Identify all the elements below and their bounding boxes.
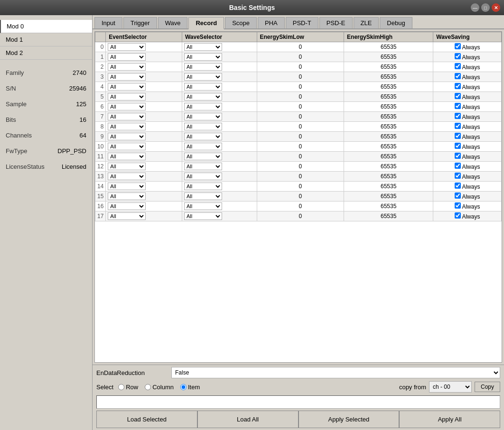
wave-saving-checkbox-8[interactable] <box>455 123 461 129</box>
event-selector-15[interactable]: AllAcceptedRejected <box>108 192 146 200</box>
maximize-button[interactable]: □ <box>481 3 490 12</box>
radio-item[interactable] <box>180 384 187 390</box>
tab-pha[interactable]: PHA <box>258 17 285 28</box>
tab-trigger[interactable]: Trigger <box>123 17 157 28</box>
wave-saving-checkbox-17[interactable] <box>455 212 461 219</box>
wave-saving-checkbox-10[interactable] <box>455 143 461 149</box>
tab-record[interactable]: Record <box>188 17 224 29</box>
wave-selector-8[interactable]: AllAcceptedRejected <box>184 123 222 130</box>
wave-selector-6[interactable]: AllAcceptedRejected <box>184 103 222 110</box>
row-num-0: 0 <box>95 42 106 52</box>
info-label-0: Family <box>6 69 24 76</box>
wave-saving-10: Always <box>433 142 502 152</box>
wave-saving-checkbox-7[interactable] <box>455 113 461 119</box>
event-selector-11[interactable]: AllAcceptedRejected <box>108 153 146 160</box>
wave-saving-checkbox-5[interactable] <box>455 93 461 99</box>
radio-item-item[interactable]: Item <box>180 384 200 391</box>
wave-saving-label-2: Always <box>461 64 480 71</box>
wave-selector-11[interactable]: AllAcceptedRejected <box>184 153 222 160</box>
table-row: 15AllAcceptedRejectedAllAcceptedRejected… <box>95 192 502 201</box>
event-selector-6[interactable]: AllAcceptedRejected <box>108 103 146 110</box>
sidebar-mod-1[interactable]: Mod 1 <box>0 33 92 46</box>
wave-selector-15[interactable]: AllAcceptedRejected <box>184 192 222 200</box>
tab-debug[interactable]: Debug <box>380 17 412 28</box>
wave-saving-17: Always <box>433 211 502 221</box>
row-num-2: 2 <box>95 62 106 72</box>
wave-saving-checkbox-11[interactable] <box>455 153 461 159</box>
wave-selector-3[interactable]: AllAcceptedRejected <box>184 73 222 81</box>
wave-saving-checkbox-0[interactable] <box>455 43 461 49</box>
wave-saving-checkbox-14[interactable] <box>455 183 461 189</box>
event-selector-3[interactable]: AllAcceptedRejected <box>108 73 146 81</box>
radio-item-column[interactable]: Column <box>145 384 174 391</box>
event-selector-17[interactable]: AllAcceptedRejected <box>108 212 146 220</box>
event-selector-10[interactable]: AllAcceptedRejected <box>108 143 146 150</box>
wave-saving-checkbox-3[interactable] <box>455 73 461 79</box>
table-row: 3AllAcceptedRejectedAllAcceptedRejected0… <box>95 72 502 82</box>
wave-selector-13[interactable]: AllAcceptedRejected <box>184 173 222 180</box>
copy-from-label: copy from <box>399 384 426 391</box>
wave-saving-checkbox-9[interactable] <box>455 133 461 139</box>
radio-column[interactable] <box>145 384 151 390</box>
sidebar-mod-2[interactable]: Mod 2 <box>0 46 92 60</box>
load-all-button[interactable]: Load All <box>197 411 299 428</box>
text-area <box>96 395 500 409</box>
wave-selector-10[interactable]: AllAcceptedRejected <box>184 143 222 150</box>
row-num-15: 15 <box>95 192 106 201</box>
event-selector-12[interactable]: AllAcceptedRejected <box>108 163 146 170</box>
radio-row[interactable] <box>118 384 124 390</box>
wave-selector-17[interactable]: AllAcceptedRejected <box>184 212 222 220</box>
radio-item-row[interactable]: Row <box>118 384 138 391</box>
apply-all-button[interactable]: Apply All <box>399 411 500 428</box>
wave-selector-4[interactable]: AllAcceptedRejected <box>184 83 222 91</box>
wave-selector-16[interactable]: AllAcceptedRejected <box>184 202 222 210</box>
minimize-button[interactable]: — <box>471 3 479 12</box>
sidebar-mod-0[interactable]: Mod 0 <box>0 20 92 33</box>
wave-selector-14[interactable]: AllAcceptedRejected <box>184 183 222 190</box>
tab-input[interactable]: Input <box>94 17 122 28</box>
wave-saving-checkbox-2[interactable] <box>455 63 461 69</box>
wave-saving-checkbox-12[interactable] <box>455 163 461 169</box>
wave-selector-5[interactable]: AllAcceptedRejected <box>184 93 222 101</box>
event-selector-14[interactable]: AllAcceptedRejected <box>108 183 146 190</box>
event-selector-8[interactable]: AllAcceptedRejected <box>108 123 146 130</box>
wave-saving-checkbox-16[interactable] <box>455 202 461 209</box>
wave-selector-2[interactable]: AllAcceptedRejected <box>184 63 222 71</box>
tab-zle[interactable]: ZLE <box>354 17 379 28</box>
info-value-0: 2740 <box>73 69 86 76</box>
table-body: 0AllAcceptedRejectedAllAcceptedRejected0… <box>95 42 502 221</box>
close-button[interactable]: ✕ <box>492 3 500 12</box>
event-selector-0[interactable]: AllAcceptedRejected <box>108 43 146 51</box>
event-selector-4[interactable]: AllAcceptedRejected <box>108 83 146 91</box>
event-selector-7[interactable]: AllAcceptedRejected <box>108 113 146 120</box>
en-data-select[interactable]: FalseTrue <box>171 367 500 378</box>
event-selector-16[interactable]: AllAcceptedRejected <box>108 202 146 210</box>
wave-selector-1[interactable]: AllAcceptedRejected <box>184 53 222 61</box>
apply-selected-button[interactable]: Apply Selected <box>299 411 400 428</box>
title-bar: Basic Settings — □ ✕ <box>0 0 504 15</box>
tab-psd-t[interactable]: PSD-T <box>286 17 318 28</box>
copy-button[interactable]: Copy <box>475 382 500 392</box>
event-selector-1[interactable]: AllAcceptedRejected <box>108 53 146 61</box>
wave-saving-checkbox-6[interactable] <box>455 103 461 109</box>
info-row-channels: Channels64 <box>6 132 86 139</box>
wave-saving-label-1: Always <box>461 54 480 61</box>
wave-saving-label-12: Always <box>461 164 480 170</box>
wave-saving-checkbox-15[interactable] <box>455 192 461 199</box>
copy-from-select[interactable]: ch - 00ch - 01ch - 02 <box>429 381 472 393</box>
wave-selector-9[interactable]: AllAcceptedRejected <box>184 133 222 140</box>
event-selector-5[interactable]: AllAcceptedRejected <box>108 93 146 101</box>
event-selector-2[interactable]: AllAcceptedRejected <box>108 63 146 71</box>
load-selected-button[interactable]: Load Selected <box>96 411 197 428</box>
tab-psd-e[interactable]: PSD-E <box>319 17 353 28</box>
wave-selector-12[interactable]: AllAcceptedRejected <box>184 163 222 170</box>
event-selector-13[interactable]: AllAcceptedRejected <box>108 173 146 180</box>
wave-saving-checkbox-13[interactable] <box>455 173 461 179</box>
wave-saving-checkbox-4[interactable] <box>455 83 461 89</box>
event-selector-9[interactable]: AllAcceptedRejected <box>108 133 146 140</box>
tab-scope[interactable]: Scope <box>225 17 257 28</box>
wave-selector-7[interactable]: AllAcceptedRejected <box>184 113 222 120</box>
tab-wave[interactable]: Wave <box>158 17 188 28</box>
wave-saving-checkbox-1[interactable] <box>455 53 461 59</box>
wave-selector-0[interactable]: AllAcceptedRejected <box>184 43 222 51</box>
